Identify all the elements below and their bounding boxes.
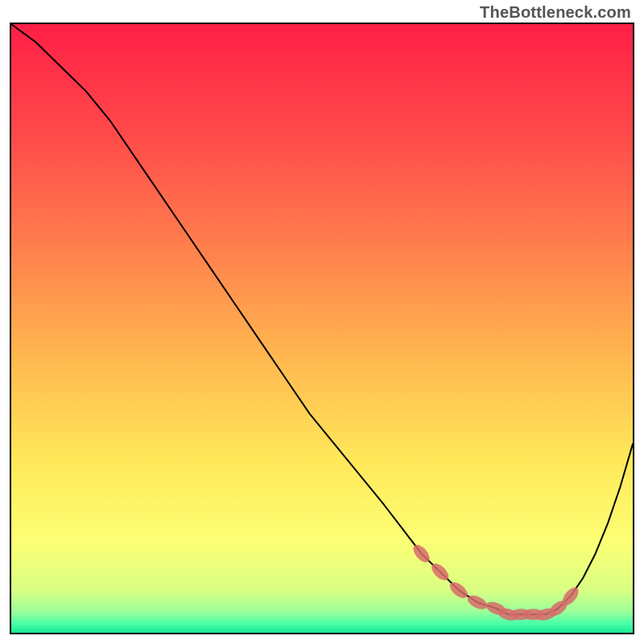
bottleneck-chart — [11, 24, 633, 633]
gradient-background — [11, 24, 633, 633]
watermark-text: TheBottleneck.com — [480, 3, 631, 22]
plot-frame — [10, 23, 634, 634]
chart-container: TheBottleneck.com — [0, 0, 644, 644]
